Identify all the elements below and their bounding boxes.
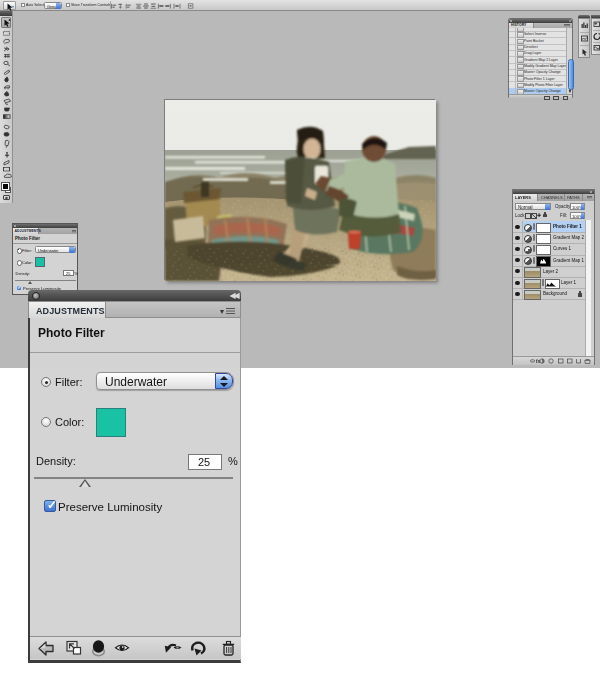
svg-text:fx: fx bbox=[536, 358, 541, 364]
